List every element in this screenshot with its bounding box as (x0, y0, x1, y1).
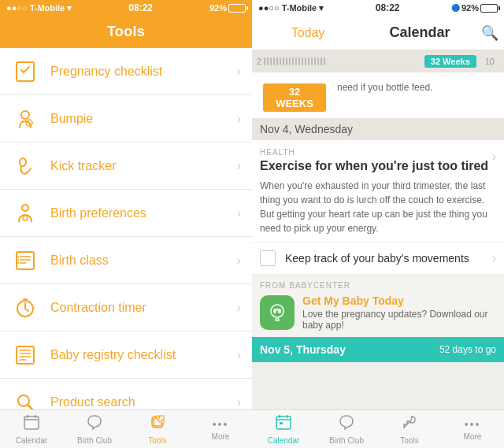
birth-preferences-label: Birth preferences (50, 206, 237, 220)
nav-item-birthclub-left[interactable]: Birth Club (63, 410, 126, 448)
contraction-timer-label: Contraction timer (50, 301, 237, 315)
nav-item-tools-right[interactable]: Tools (378, 410, 441, 448)
nav-item-more-left[interactable]: ••• More (189, 410, 252, 448)
right-carrier: ●●○○ T-Mobile ▾ (258, 3, 324, 13)
nav-item-tools-left[interactable]: Tools (126, 410, 189, 448)
chevron-icon: › (237, 301, 241, 315)
baby-registry-label: Baby registry checklist (50, 348, 237, 362)
tool-item-contraction-timer[interactable]: Contraction timer › (0, 284, 252, 331)
svg-rect-28 (24, 417, 39, 429)
nav-item-calendar-left[interactable]: Calendar (0, 410, 63, 448)
right-bottom-nav: Calendar Birth Club Tools ••• More (252, 409, 504, 448)
more-nav-icon-right: ••• (465, 418, 481, 431)
movement-checkbox[interactable] (260, 250, 276, 266)
tool-item-baby-registry[interactable]: Baby registry checklist › (0, 331, 252, 379)
week-ticks (264, 57, 422, 65)
today-tab[interactable]: Today (252, 26, 364, 40)
movement-item[interactable]: Keep track of your baby's movements › (252, 243, 504, 275)
battery-icon-left (228, 4, 246, 13)
svg-point-1 (21, 111, 29, 119)
svg-point-12 (17, 259, 19, 261)
more-nav-icon: ••• (213, 418, 229, 431)
chevron-icon: › (237, 206, 241, 220)
date-header: Nov 4, Wednesday (252, 118, 504, 140)
promo-text: Get My Baby Today Love the pregnancy upd… (302, 294, 496, 331)
birthclub-nav-icon-right (338, 413, 355, 435)
svg-rect-32 (276, 417, 291, 429)
pregnancy-checklist-icon (11, 57, 39, 86)
kick-tracker-icon (11, 152, 39, 180)
right-time: 08:22 (376, 2, 400, 13)
left-status-bar: ●●○○ T-Mobile ▾ 08:22 92% (0, 0, 252, 16)
left-carrier: ●●○○ T-Mobile ▾ (6, 3, 72, 13)
more-nav-label-right: More (464, 432, 482, 441)
search-icon[interactable]: 🔍 (476, 24, 504, 42)
babycenter-logo (260, 295, 295, 330)
calendar-nav-icon-right (275, 413, 292, 435)
tool-item-pregnancy-checklist[interactable]: Pregnancy checklist › (0, 48, 252, 95)
chevron-icon: › (237, 159, 241, 173)
birthclub-nav-icon (86, 413, 103, 435)
chevron-icon: › (237, 395, 241, 409)
chevron-icon: › (237, 112, 241, 126)
birth-preferences-icon (11, 199, 39, 228)
svg-point-5 (22, 205, 28, 211)
health-section: HEALTH Exercise for when you're just too… (252, 140, 504, 243)
tools-nav-label-right: Tools (400, 436, 418, 445)
svg-point-6 (23, 216, 28, 220)
promo-content[interactable]: Get My Baby Today Love the pregnancy upd… (260, 294, 496, 331)
right-battery: 🔵 92% (451, 3, 498, 13)
nav-item-more-right[interactable]: ••• More (441, 410, 504, 448)
week-slider[interactable]: 2 (252, 50, 504, 72)
weeks-section: 32 WEEKS need if you bottle feed. (252, 72, 504, 118)
health-chevron-icon[interactable]: › (492, 150, 496, 164)
week-label-right: 10 (485, 57, 495, 66)
svg-point-11 (17, 256, 19, 257)
chevron-icon: › (237, 254, 241, 268)
chevron-icon: › (237, 65, 241, 79)
svg-point-4 (20, 158, 26, 166)
left-bottom-nav: Calendar Birth Club Tools ••• More (0, 409, 252, 448)
tool-item-product-search[interactable]: Product search › (0, 379, 252, 409)
bumpie-icon (11, 105, 39, 133)
week-label-left: 2 (257, 57, 261, 66)
svg-point-13 (17, 262, 19, 264)
calendar-nav-icon (23, 413, 40, 435)
baby-registry-icon (11, 341, 39, 369)
calendar-title: Calendar (364, 24, 476, 41)
health-desc: When you're exhausted in your third trim… (260, 179, 492, 235)
kick-tracker-label: Kick tracker (50, 159, 237, 173)
svg-line-16 (25, 309, 28, 311)
promo-tag: FROM BABYCENTER (260, 281, 496, 290)
svg-point-3 (28, 121, 31, 124)
nav-item-birthclub-right[interactable]: Birth Club (315, 410, 378, 448)
tool-item-bumpie[interactable]: Bumpie › (0, 95, 252, 143)
more-nav-label: More (212, 432, 230, 441)
tools-nav-label: Tools (148, 436, 166, 445)
bottle-text: need if you bottle feed. (332, 77, 499, 93)
right-status-bar: ●●○○ T-Mobile ▾ 08:22 🔵 92% (252, 0, 504, 16)
tool-item-birth-class[interactable]: Birth class › (0, 237, 252, 284)
promo-section: FROM BABYCENTER Get My Baby Today Love t… (252, 275, 504, 337)
contraction-timer-icon (11, 294, 39, 322)
left-time: 08:22 (128, 2, 153, 13)
birth-class-label: Birth class (50, 254, 237, 268)
tool-item-kick-tracker[interactable]: Kick tracker › (0, 143, 252, 190)
nav-item-calendar-right[interactable]: Calendar (252, 410, 315, 448)
bumpie-label: Bumpie (50, 112, 237, 126)
svg-rect-7 (17, 252, 34, 269)
calendar-panel: Today Calendar 🔍 2 (252, 16, 504, 409)
health-tag: HEALTH (260, 148, 492, 157)
health-title: Exercise for when you're just too tired (260, 158, 492, 175)
svg-rect-36 (280, 422, 283, 424)
movement-text: Keep track of your baby's movements (285, 251, 492, 265)
tool-item-birth-preferences[interactable]: Birth preferences › (0, 190, 252, 237)
pregnancy-checklist-label: Pregnancy checklist (50, 65, 237, 79)
svg-point-25 (273, 309, 276, 313)
calendar-nav-label: Calendar (16, 436, 48, 445)
week-badge: 32 Weeks (424, 55, 476, 68)
birthclub-nav-label-right: Birth Club (329, 436, 364, 445)
promo-desc: Love the pregnancy updates? Download our… (302, 309, 496, 331)
tools-list: Pregnancy checklist › Bumpie › (0, 48, 252, 409)
svg-rect-18 (17, 346, 34, 364)
